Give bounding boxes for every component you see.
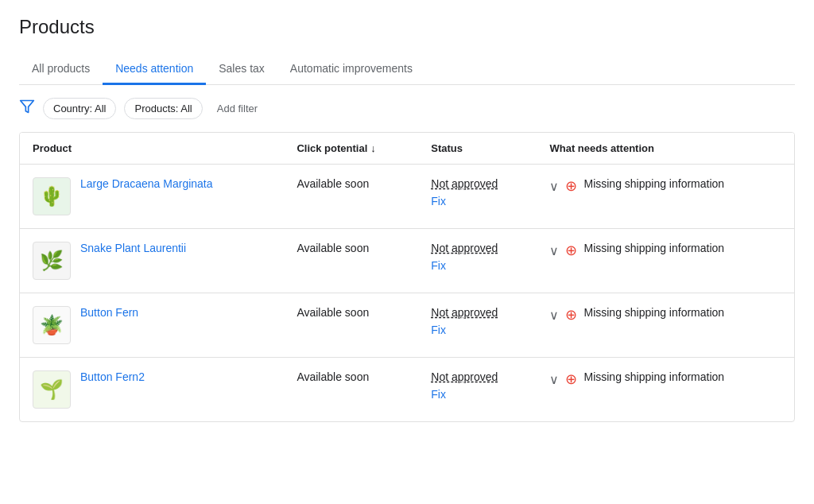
click-potential-cell-1: Available soon (284, 229, 418, 293)
sort-down-icon: ↓ (370, 142, 376, 154)
table-row: 🌵 Large Dracaena Marginata Available soo… (20, 165, 794, 229)
chevron-down-icon-2[interactable]: ∨ (549, 308, 559, 323)
table-row: 🪴 Button Fern Available soon Not approve… (20, 293, 794, 358)
product-link-2[interactable]: Button Fern (80, 306, 138, 319)
alert-icon-0: ⊕ (565, 177, 577, 195)
attention-text-1: Missing shipping information (583, 242, 724, 254)
col-product: Product (20, 133, 284, 165)
tab-bar: All products Needs attention Sales tax A… (19, 54, 795, 85)
country-filter[interactable]: Country: All (43, 98, 116, 119)
chevron-down-icon-1[interactable]: ∨ (549, 243, 559, 258)
product-link-1[interactable]: Snake Plant Laurentii (80, 242, 186, 254)
attention-cell-1: ∨ ⊕ Missing shipping information (537, 229, 794, 293)
fix-link-1[interactable]: Fix (431, 259, 524, 272)
attention-cell-3: ∨ ⊕ Missing shipping information (537, 358, 794, 422)
tab-needs-attention[interactable]: Needs attention (103, 54, 206, 85)
fix-link-3[interactable]: Fix (431, 388, 524, 401)
products-filter[interactable]: Products: All (124, 98, 202, 119)
status-cell-3: Not approved Fix (418, 358, 537, 422)
table-row: 🌱 Button Fern2 Available soon Not approv… (20, 358, 794, 422)
status-cell-2: Not approved Fix (418, 293, 537, 358)
filter-icon[interactable] (19, 99, 35, 118)
product-thumbnail-2: 🪴 (33, 306, 71, 344)
product-thumbnail-0: 🌵 (33, 177, 71, 215)
col-click-potential[interactable]: Click potential ↓ (284, 133, 418, 165)
click-potential-value-3: Available soon (297, 370, 369, 383)
attention-text-2: Missing shipping information (583, 306, 724, 319)
table-row: 🌿 Snake Plant Laurentii Available soon N… (20, 229, 794, 293)
click-potential-cell-3: Available soon (284, 358, 418, 422)
product-link-0[interactable]: Large Dracaena Marginata (80, 177, 213, 190)
attention-text-3: Missing shipping information (583, 370, 724, 383)
col-what-needs-attention: What needs attention (537, 133, 794, 165)
product-cell-3: 🌱 Button Fern2 (20, 358, 284, 422)
not-approved-status-0[interactable]: Not approved (431, 177, 524, 190)
product-cell-0: 🌵 Large Dracaena Marginata (20, 165, 284, 229)
chevron-down-icon-3[interactable]: ∨ (549, 372, 559, 387)
table-header-row: Product Click potential ↓ Status What ne… (20, 133, 794, 165)
attention-cell-0: ∨ ⊕ Missing shipping information (537, 165, 794, 229)
col-status: Status (418, 133, 537, 165)
tab-sales-tax[interactable]: Sales tax (206, 54, 277, 85)
not-approved-status-2[interactable]: Not approved (431, 306, 524, 319)
page-title: Products (19, 16, 795, 38)
product-thumbnail-1: 🌿 (33, 242, 71, 280)
product-link-3[interactable]: Button Fern2 (80, 370, 145, 383)
status-cell-0: Not approved Fix (418, 165, 537, 229)
click-potential-value-1: Available soon (297, 242, 369, 254)
product-cell-2: 🪴 Button Fern (20, 293, 284, 358)
chevron-down-icon-0[interactable]: ∨ (549, 179, 559, 194)
filter-bar: Country: All Products: All Add filter (19, 98, 795, 119)
click-potential-cell-2: Available soon (284, 293, 418, 358)
svg-marker-0 (21, 101, 34, 113)
status-cell-1: Not approved Fix (418, 229, 537, 293)
attention-text-0: Missing shipping information (583, 177, 724, 190)
attention-cell-2: ∨ ⊕ Missing shipping information (537, 293, 794, 358)
click-potential-value-0: Available soon (297, 177, 369, 190)
not-approved-status-3[interactable]: Not approved (431, 370, 524, 383)
alert-icon-3: ⊕ (565, 370, 577, 388)
alert-icon-1: ⊕ (565, 242, 577, 259)
click-potential-value-2: Available soon (297, 306, 369, 319)
click-potential-cell-0: Available soon (284, 165, 418, 229)
product-cell-1: 🌿 Snake Plant Laurentii (20, 229, 284, 293)
product-thumbnail-3: 🌱 (33, 370, 71, 409)
tab-automatic-improvements[interactable]: Automatic improvements (277, 54, 425, 85)
alert-icon-2: ⊕ (565, 306, 577, 324)
products-page: Products All products Needs attention Sa… (0, 0, 814, 438)
not-approved-status-1[interactable]: Not approved (431, 242, 524, 254)
fix-link-0[interactable]: Fix (431, 195, 524, 207)
products-table: Product Click potential ↓ Status What ne… (19, 132, 795, 422)
add-filter-button[interactable]: Add filter (211, 99, 264, 118)
fix-link-2[interactable]: Fix (431, 324, 524, 336)
tab-all-products[interactable]: All products (19, 54, 103, 85)
